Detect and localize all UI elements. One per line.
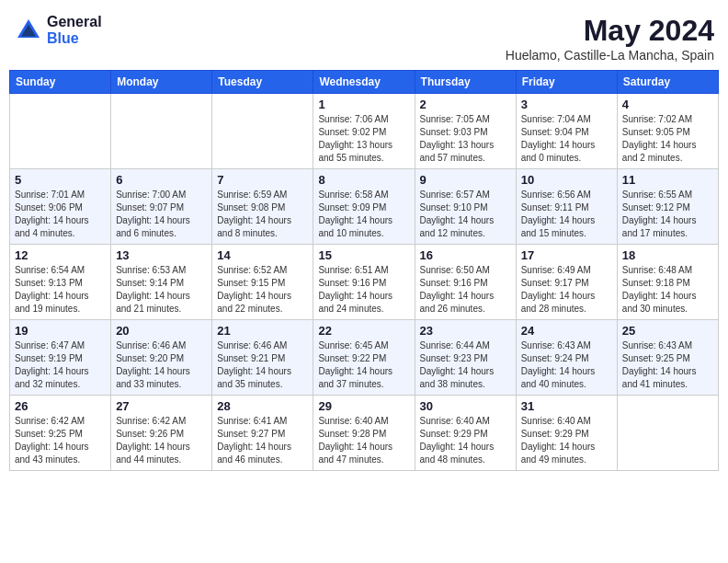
day-info: Sunrise: 6:57 AM Sunset: 9:10 PM Dayligh… [420,189,511,240]
calendar-header-tuesday: Tuesday [212,71,313,94]
calendar-cell: 9Sunrise: 6:57 AM Sunset: 9:10 PM Daylig… [415,169,516,245]
calendar-header-thursday: Thursday [415,71,516,94]
calendar-week-row: 5Sunrise: 7:01 AM Sunset: 9:06 PM Daylig… [10,169,719,245]
day-number: 3 [521,98,612,111]
day-info: Sunrise: 6:52 AM Sunset: 9:15 PM Dayligh… [217,264,308,316]
calendar-table: SundayMondayTuesdayWednesdayThursdayFrid… [9,70,719,471]
day-number: 10 [521,173,612,187]
logo: General Blue [14,14,102,46]
calendar-header-wednesday: Wednesday [313,71,415,94]
calendar-cell [10,94,111,169]
day-number: 22 [318,324,409,338]
calendar-cell: 27Sunrise: 6:42 AM Sunset: 9:26 PM Dayli… [111,396,212,471]
day-info: Sunrise: 6:47 AM Sunset: 9:19 PM Dayligh… [15,339,106,391]
logo-general-text: General [47,14,102,30]
day-number: 28 [217,399,308,413]
calendar-cell: 16Sunrise: 6:50 AM Sunset: 9:16 PM Dayli… [415,245,516,320]
calendar-cell: 11Sunrise: 6:55 AM Sunset: 9:12 PM Dayli… [617,169,718,245]
calendar-cell: 19Sunrise: 6:47 AM Sunset: 9:19 PM Dayli… [10,320,111,396]
calendar-cell: 5Sunrise: 7:01 AM Sunset: 9:06 PM Daylig… [10,169,111,245]
day-info: Sunrise: 7:02 AM Sunset: 9:05 PM Dayligh… [622,113,713,165]
day-info: Sunrise: 6:55 AM Sunset: 9:12 PM Dayligh… [622,189,713,240]
calendar-cell: 24Sunrise: 6:43 AM Sunset: 9:24 PM Dayli… [516,320,617,396]
day-number: 19 [15,324,106,338]
day-number: 20 [116,324,207,338]
day-info: Sunrise: 7:01 AM Sunset: 9:06 PM Dayligh… [15,189,106,240]
day-number: 23 [420,324,511,338]
day-info: Sunrise: 6:46 AM Sunset: 9:20 PM Dayligh… [116,339,207,391]
day-number: 12 [15,248,106,262]
day-info: Sunrise: 6:49 AM Sunset: 9:17 PM Dayligh… [521,264,612,316]
day-info: Sunrise: 7:04 AM Sunset: 9:04 PM Dayligh… [521,113,612,165]
day-info: Sunrise: 6:40 AM Sunset: 9:28 PM Dayligh… [318,415,409,466]
day-number: 11 [622,173,713,187]
calendar-week-row: 12Sunrise: 6:54 AM Sunset: 9:13 PM Dayli… [10,245,719,320]
day-number: 17 [521,248,612,262]
day-info: Sunrise: 7:05 AM Sunset: 9:03 PM Dayligh… [420,113,511,165]
calendar-cell: 17Sunrise: 6:49 AM Sunset: 9:17 PM Dayli… [516,245,617,320]
day-info: Sunrise: 6:59 AM Sunset: 9:08 PM Dayligh… [217,189,308,240]
calendar-cell: 4Sunrise: 7:02 AM Sunset: 9:05 PM Daylig… [617,94,718,169]
calendar-header-saturday: Saturday [617,71,718,94]
day-info: Sunrise: 6:41 AM Sunset: 9:27 PM Dayligh… [217,415,308,466]
calendar-cell: 23Sunrise: 6:44 AM Sunset: 9:23 PM Dayli… [415,320,516,396]
calendar-cell [212,94,313,169]
day-number: 5 [15,173,106,187]
day-number: 25 [622,324,713,338]
page-header: General Blue May 2024 Huelamo, Castille-… [9,9,719,63]
day-number: 9 [420,173,511,187]
day-number: 18 [622,248,713,262]
calendar-cell: 31Sunrise: 6:40 AM Sunset: 9:29 PM Dayli… [516,396,617,471]
day-info: Sunrise: 6:42 AM Sunset: 9:26 PM Dayligh… [116,415,207,466]
calendar-header-sunday: Sunday [10,71,111,94]
calendar-cell: 12Sunrise: 6:54 AM Sunset: 9:13 PM Dayli… [10,245,111,320]
calendar-header-monday: Monday [111,71,212,94]
day-info: Sunrise: 6:46 AM Sunset: 9:21 PM Dayligh… [217,339,308,391]
day-info: Sunrise: 7:00 AM Sunset: 9:07 PM Dayligh… [116,189,207,240]
day-number: 1 [318,98,409,111]
calendar-cell [111,94,212,169]
calendar-cell: 1Sunrise: 7:06 AM Sunset: 9:02 PM Daylig… [313,94,415,169]
day-info: Sunrise: 7:06 AM Sunset: 9:02 PM Dayligh… [318,113,409,165]
day-info: Sunrise: 6:45 AM Sunset: 9:22 PM Dayligh… [318,339,409,391]
day-number: 29 [318,399,409,413]
calendar-header-row: SundayMondayTuesdayWednesdayThursdayFrid… [10,71,719,94]
location: Huelamo, Castille-La Mancha, Spain [506,48,714,63]
calendar-cell: 10Sunrise: 6:56 AM Sunset: 9:11 PM Dayli… [516,169,617,245]
calendar-cell: 14Sunrise: 6:52 AM Sunset: 9:15 PM Dayli… [212,245,313,320]
calendar-cell: 28Sunrise: 6:41 AM Sunset: 9:27 PM Dayli… [212,396,313,471]
title-block: May 2024 Huelamo, Castille-La Mancha, Sp… [506,14,714,63]
day-number: 7 [217,173,308,187]
logo-blue-text: Blue [47,30,102,47]
calendar-cell: 2Sunrise: 7:05 AM Sunset: 9:03 PM Daylig… [415,94,516,169]
calendar-week-row: 26Sunrise: 6:42 AM Sunset: 9:25 PM Dayli… [10,396,719,471]
calendar-cell: 20Sunrise: 6:46 AM Sunset: 9:20 PM Dayli… [111,320,212,396]
calendar-cell: 6Sunrise: 7:00 AM Sunset: 9:07 PM Daylig… [111,169,212,245]
day-info: Sunrise: 6:43 AM Sunset: 9:24 PM Dayligh… [521,339,612,391]
day-info: Sunrise: 6:43 AM Sunset: 9:25 PM Dayligh… [622,339,713,391]
calendar-cell: 3Sunrise: 7:04 AM Sunset: 9:04 PM Daylig… [516,94,617,169]
day-number: 24 [521,324,612,338]
day-info: Sunrise: 6:58 AM Sunset: 9:09 PM Dayligh… [318,189,409,240]
day-number: 27 [116,399,207,413]
day-info: Sunrise: 6:54 AM Sunset: 9:13 PM Dayligh… [15,264,106,316]
calendar-cell: 25Sunrise: 6:43 AM Sunset: 9:25 PM Dayli… [617,320,718,396]
day-info: Sunrise: 6:42 AM Sunset: 9:25 PM Dayligh… [15,415,106,466]
day-number: 31 [521,399,612,413]
day-info: Sunrise: 6:53 AM Sunset: 9:14 PM Dayligh… [116,264,207,316]
day-number: 15 [318,248,409,262]
calendar-cell: 8Sunrise: 6:58 AM Sunset: 9:09 PM Daylig… [313,169,415,245]
calendar-cell: 26Sunrise: 6:42 AM Sunset: 9:25 PM Dayli… [10,396,111,471]
day-number: 13 [116,248,207,262]
day-info: Sunrise: 6:40 AM Sunset: 9:29 PM Dayligh… [420,415,511,466]
day-number: 6 [116,173,207,187]
day-info: Sunrise: 6:51 AM Sunset: 9:16 PM Dayligh… [318,264,409,316]
day-number: 21 [217,324,308,338]
day-number: 14 [217,248,308,262]
calendar-cell: 18Sunrise: 6:48 AM Sunset: 9:18 PM Dayli… [617,245,718,320]
calendar-week-row: 19Sunrise: 6:47 AM Sunset: 9:19 PM Dayli… [10,320,719,396]
day-number: 2 [420,98,511,111]
day-number: 30 [420,399,511,413]
calendar-cell: 15Sunrise: 6:51 AM Sunset: 9:16 PM Dayli… [313,245,415,320]
day-info: Sunrise: 6:40 AM Sunset: 9:29 PM Dayligh… [521,415,612,466]
